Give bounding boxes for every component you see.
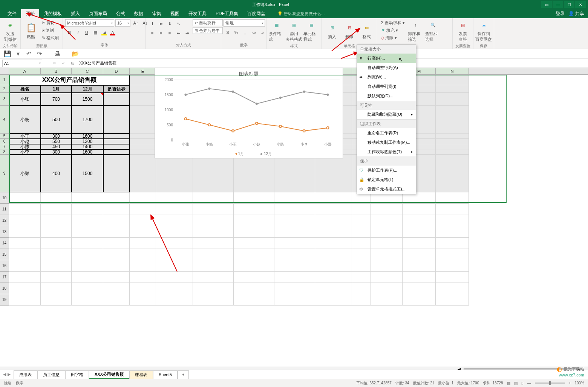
cell[interactable]: [436, 155, 469, 192]
cell[interactable]: [9, 215, 41, 226]
menu-format-cells[interactable]: ⚙设置单元格格式(E)...: [357, 184, 416, 194]
cell[interactable]: [234, 155, 274, 192]
row-header-13[interactable]: 13: [0, 226, 9, 238]
cell[interactable]: [371, 204, 403, 215]
cell[interactable]: [130, 260, 156, 272]
cell[interactable]: [436, 139, 469, 144]
cell[interactable]: [436, 75, 469, 85]
cell[interactable]: [193, 283, 234, 294]
cell[interactable]: [371, 226, 403, 238]
cell[interactable]: [130, 134, 156, 139]
align-left[interactable]: ≡: [148, 29, 156, 37]
cell[interactable]: [193, 294, 234, 306]
dec-dec-button[interactable]: .0: [258, 29, 266, 36]
cell[interactable]: [9, 272, 41, 283]
invoice-button[interactable]: ▤发票 查验: [455, 19, 471, 43]
italic-button[interactable]: I: [74, 29, 82, 36]
menu-auto-row-height[interactable]: 自动调整行高(A): [357, 63, 416, 72]
cell[interactable]: [41, 192, 72, 204]
minimize-button[interactable]: —: [553, 1, 563, 8]
cell[interactable]: [72, 215, 103, 226]
cell[interactable]: [274, 155, 315, 192]
qat-more[interactable]: ▾: [14, 50, 22, 58]
row-header-16[interactable]: 16: [0, 260, 9, 272]
fill-button[interactable]: ▼填充 ▾: [380, 27, 406, 34]
cell[interactable]: [193, 215, 234, 226]
table-cell[interactable]: 是否达标: [103, 85, 130, 93]
merge-center-button[interactable]: ⊞ 合并后居中: [193, 27, 223, 34]
col-header-E[interactable]: E: [130, 68, 156, 74]
cell[interactable]: [234, 204, 274, 215]
cell[interactable]: [371, 294, 403, 306]
paste-button[interactable]: 📋粘贴: [23, 19, 39, 43]
cell[interactable]: [156, 272, 193, 283]
cell[interactable]: [72, 272, 103, 283]
cell[interactable]: [41, 249, 72, 260]
tab-view[interactable]: 视图: [166, 9, 184, 18]
cell[interactable]: [436, 149, 469, 155]
cell[interactable]: [436, 260, 469, 272]
cell[interactable]: [9, 283, 41, 294]
cell[interactable]: [436, 93, 469, 106]
align-center[interactable]: ≡: [157, 29, 165, 37]
cell[interactable]: [436, 249, 469, 260]
menu-row-height[interactable]: ⇕行高(H)...: [357, 54, 416, 63]
menu-tab-color[interactable]: 工作表标签颜色(T)▸: [357, 147, 416, 157]
table-cell[interactable]: [103, 144, 130, 149]
cell[interactable]: [234, 283, 274, 294]
cell[interactable]: [315, 226, 352, 238]
cell[interactable]: [315, 204, 352, 215]
menu-hide-unhide[interactable]: 隐藏和取消隐藏(U)▸: [357, 110, 416, 119]
cell[interactable]: [234, 226, 274, 238]
ribbon-options-icon[interactable]: ▭: [541, 1, 552, 8]
cell[interactable]: [103, 272, 130, 283]
row-header-12[interactable]: 12: [0, 215, 9, 226]
cell[interactable]: [371, 260, 403, 272]
cell[interactable]: [234, 192, 274, 204]
cell[interactable]: [156, 294, 193, 306]
cell[interactable]: [234, 215, 274, 226]
cell[interactable]: [234, 272, 274, 283]
cell[interactable]: [9, 238, 41, 249]
cell[interactable]: [130, 215, 156, 226]
cell[interactable]: [156, 215, 193, 226]
view-normal-icon[interactable]: ▦: [507, 381, 510, 385]
cell[interactable]: [130, 155, 156, 192]
cell[interactable]: [156, 260, 193, 272]
increase-font-button[interactable]: A↑: [132, 19, 140, 27]
cell[interactable]: [403, 215, 436, 226]
cell[interactable]: [193, 204, 234, 215]
cell[interactable]: [403, 204, 436, 215]
cell[interactable]: [371, 283, 403, 294]
tab-nav-first[interactable]: ◀: [3, 372, 6, 377]
table-cell[interactable]: 1600: [72, 149, 103, 155]
cell[interactable]: [436, 226, 469, 238]
row-header-4[interactable]: 4: [0, 106, 9, 134]
share-button[interactable]: 👤 共享: [568, 11, 584, 17]
cell[interactable]: [103, 260, 130, 272]
zoom-slider[interactable]: [535, 382, 565, 384]
zoom-level[interactable]: 100%: [574, 381, 584, 385]
row-header-18[interactable]: 18: [0, 283, 9, 294]
cell[interactable]: [315, 283, 352, 294]
cell[interactable]: [193, 192, 234, 204]
row-header-15[interactable]: 15: [0, 249, 9, 260]
number-format-select[interactable]: 常规: [224, 19, 265, 27]
font-size-select[interactable]: 16: [115, 19, 130, 27]
cell[interactable]: [352, 215, 371, 226]
fill-color-button[interactable]: ◢: [100, 29, 108, 36]
zoom-out-button[interactable]: —: [527, 381, 531, 385]
close-button[interactable]: ✕: [575, 1, 586, 8]
cell[interactable]: [274, 283, 315, 294]
qat-redo[interactable]: ↷: [35, 50, 43, 58]
table-cell[interactable]: XXX公司产品销售额: [9, 75, 130, 85]
sheet-tab[interactable]: XXX公司销售额: [89, 370, 129, 379]
tab-nav-last[interactable]: ▶: [8, 372, 11, 377]
cell[interactable]: [315, 155, 352, 192]
cell[interactable]: [9, 249, 41, 260]
cell[interactable]: [352, 249, 371, 260]
table-cell[interactable]: 1月: [41, 85, 72, 93]
cell[interactable]: [234, 294, 274, 306]
table-cell[interactable]: 1500: [72, 93, 103, 106]
cell[interactable]: [41, 215, 72, 226]
